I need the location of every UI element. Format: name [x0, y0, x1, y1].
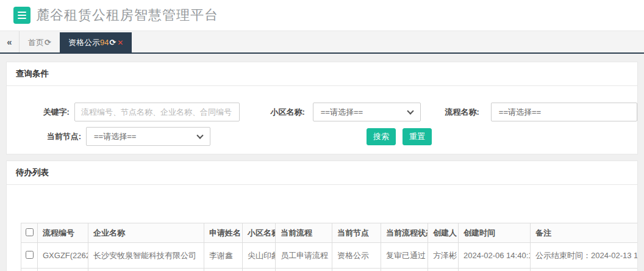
- current-node-select[interactable]: ==请选择==: [86, 127, 210, 146]
- query-form: 关键字: 小区名称: ==请选择== 流程名称: ==请选择== 当前节点: =…: [7, 86, 637, 146]
- col-creator: 创建人: [428, 223, 459, 243]
- cell-created-at: 2024-02-06 14:40:18: [459, 243, 531, 269]
- row-checkbox[interactable]: [26, 251, 34, 259]
- col-company: 企业名称: [88, 223, 204, 243]
- table-header-row: 流程编号 企业名称 申请姓名 小区名称 当前流程 当前节点 当前流程状态 创建人…: [21, 223, 639, 243]
- col-status: 当前流程状态: [381, 223, 428, 243]
- refresh-icon[interactable]: ⟳: [109, 38, 116, 47]
- collapse-tabs-icon[interactable]: «: [0, 31, 20, 52]
- current-node-label: 当前节点:: [7, 131, 86, 142]
- search-button[interactable]: 搜索: [367, 128, 396, 145]
- chevron-down-icon: [196, 132, 203, 139]
- todo-table-wrap: 流程编号 企业名称 申请姓名 小区名称 当前流程 当前节点 当前流程状态 创建人…: [21, 223, 637, 271]
- chevron-down-icon: [407, 107, 413, 114]
- cell-community: 尖山印象: [243, 243, 276, 269]
- tab-home[interactable]: 首页⟳: [20, 32, 60, 52]
- select-all-checkbox[interactable]: [26, 228, 34, 236]
- community-select[interactable]: ==请选择==: [313, 103, 421, 121]
- node-select-value: ==请选择==: [94, 131, 136, 142]
- col-remark: 备注: [531, 223, 639, 243]
- col-created-at: 创建时间: [459, 223, 531, 243]
- keyword-label: 关键字:: [7, 107, 74, 118]
- process-name-label: 流程名称:: [421, 107, 484, 118]
- todo-panel-title: 待办列表: [7, 161, 637, 185]
- col-current-node: 当前节点: [332, 223, 381, 243]
- refresh-icon[interactable]: ⟳: [45, 38, 51, 47]
- process-name-select[interactable]: ==请选择==: [491, 103, 637, 121]
- cell-current-node: 资格公示: [332, 243, 381, 269]
- query-panel: 查询条件 关键字: 小区名称: ==请选择== 流程名称: ==请选择== 当前…: [6, 62, 638, 154]
- tab-bar: « 首页⟳ 资格公示94⟳✕: [0, 31, 644, 54]
- table-row[interactable]: GXGZF(22624) 长沙安牧泉智能科技有限公司 李谢鑫 尖山印象 员工申请…: [21, 243, 639, 269]
- todo-panel: 待办列表 流程编号 企业名称 申请姓名 小区名称 当前流程 当前: [6, 161, 638, 271]
- table-row-clipped: [21, 269, 639, 271]
- cell-current-process: 员工申请流程: [276, 243, 332, 269]
- col-current-process: 当前流程: [276, 223, 332, 243]
- tab-home-label: 首页: [28, 38, 44, 47]
- cell-process-no: GXGZF(22624): [38, 243, 88, 269]
- cell-company: 长沙安牧泉智能科技有限公司: [88, 243, 204, 269]
- cell-remark: 公示结束时间：2024-02-13 16:12:49: [531, 243, 639, 269]
- col-applicant: 申请姓名: [204, 223, 243, 243]
- hamburger-menu-icon[interactable]: [13, 7, 30, 24]
- cell-applicant: 李谢鑫: [204, 243, 243, 269]
- app-header: 麓谷租赁公租房智慧管理平台: [0, 0, 644, 31]
- main-content: 查询条件 关键字: 小区名称: ==请选择== 流程名称: ==请选择== 当前…: [0, 54, 644, 271]
- col-community: 小区名称: [243, 223, 276, 243]
- community-select-value: ==请选择==: [321, 107, 363, 118]
- community-label: 小区名称:: [240, 107, 307, 118]
- col-process-no: 流程编号: [38, 223, 88, 243]
- cell-creator: 方泽彬: [428, 243, 459, 269]
- process-select-value: ==请选择==: [499, 107, 541, 118]
- cell-status: 复审已通过: [381, 243, 428, 269]
- keyword-input[interactable]: [74, 103, 240, 121]
- tab-count-badge: 94: [100, 38, 109, 47]
- query-panel-title: 查询条件: [7, 62, 637, 86]
- tab-qualification-publicity[interactable]: 资格公示94⟳✕: [60, 32, 132, 52]
- reset-button[interactable]: 重置: [402, 128, 432, 145]
- tab-label: 资格公示: [68, 38, 100, 47]
- todo-table: 流程编号 企业名称 申请姓名 小区名称 当前流程 当前节点 当前流程状态 创建人…: [21, 223, 638, 271]
- app-title: 麓谷租赁公租房智慧管理平台: [36, 6, 218, 24]
- close-icon[interactable]: ✕: [117, 38, 123, 47]
